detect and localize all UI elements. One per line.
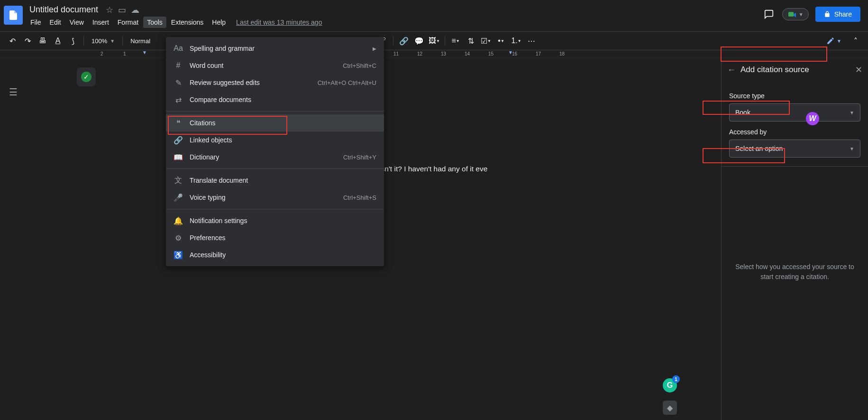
menu-item-shortcut: Ctrl+Alt+O Ctrl+Alt+U	[318, 79, 376, 86]
chevron-down-icon: ▼	[850, 146, 854, 151]
menu-insert[interactable]: Insert	[89, 17, 113, 28]
menu-item-icon: #	[174, 61, 183, 70]
menu-item-notification-settings[interactable]: 🔔Notification settings	[166, 212, 384, 229]
menu-file[interactable]: File	[27, 17, 45, 28]
outline-icon[interactable]: ☰	[9, 86, 18, 98]
insert-image-icon[interactable]: 🖼▼	[428, 34, 441, 47]
back-arrow-icon[interactable]: ←	[727, 65, 736, 75]
menu-separator	[166, 209, 384, 209]
menu-item-spelling-and-grammar[interactable]: AaSpelling and grammar▶	[166, 40, 384, 57]
menu-item-dictionary[interactable]: 📖DictionaryCtrl+Shift+Y	[166, 149, 384, 166]
source-type-label: Source type	[729, 92, 860, 100]
panel-hint-text: Select how you accessed your source to s…	[729, 262, 860, 282]
ruler-tick: 13	[441, 51, 446, 56]
ruler-tick: 11	[393, 51, 399, 56]
grammarly-badge[interactable]: G 1	[663, 378, 677, 392]
cloud-status-icon[interactable]: ☁	[131, 5, 139, 15]
ruler-tick: 18	[559, 51, 565, 56]
move-icon[interactable]: ▭	[118, 5, 126, 15]
menu-item-label: Dictionary	[190, 153, 337, 161]
share-button[interactable]: Share	[815, 7, 860, 22]
spellcheck-icon[interactable]: A	[51, 34, 64, 47]
undo-icon[interactable]: ↶	[6, 34, 19, 47]
ruler-tick: 2	[101, 51, 103, 56]
menu-item-word-count[interactable]: #Word countCtrl+Shift+C	[166, 57, 384, 74]
more-icon[interactable]: ⋯	[525, 34, 538, 47]
header-actions: ▼ Share	[762, 7, 860, 22]
menu-item-preferences[interactable]: ⚙Preferences	[166, 229, 384, 246]
menu-item-shortcut: Ctrl+Shift+C	[343, 62, 376, 69]
menu-item-icon: ⇄	[174, 95, 183, 104]
separator	[445, 36, 445, 46]
menu-item-voice-typing[interactable]: 🎤Voice typingCtrl+Shift+S	[166, 189, 384, 206]
menu-item-review-suggested-edits[interactable]: ✎Review suggested editsCtrl+Alt+O Ctrl+A…	[166, 74, 384, 91]
menu-item-accessibility[interactable]: ♿Accessibility	[166, 246, 384, 263]
meet-button[interactable]: ▼	[782, 8, 809, 20]
w-badge[interactable]: W	[806, 112, 819, 125]
menu-tools[interactable]: Tools	[143, 17, 166, 28]
ruler-tick: 14	[465, 51, 470, 56]
menu-item-icon: ❝	[174, 118, 183, 128]
bulleted-list-icon[interactable]: •▼	[494, 34, 508, 47]
menu-item-label: Compare documents	[190, 96, 376, 103]
source-type-select[interactable]: Book ▼	[729, 103, 860, 121]
menu-edit[interactable]: Edit	[46, 17, 65, 28]
menu-item-icon: 📖	[174, 152, 183, 162]
zoom-select[interactable]: 100%▼	[88, 37, 119, 45]
menu-format[interactable]: Format	[114, 17, 142, 28]
ruler[interactable]: 2 1 ▼ 11 12 13 14 15 16 17 18 ▼	[0, 50, 868, 58]
menu-item-icon: 🔗	[174, 135, 183, 145]
redo-icon[interactable]: ↷	[21, 34, 34, 47]
close-icon[interactable]: ✕	[855, 65, 862, 75]
menu-item-label: Linked objects	[190, 136, 376, 144]
indent-marker-icon[interactable]: ▼	[508, 50, 513, 55]
source-type-value: Book	[735, 109, 750, 116]
checklist-icon[interactable]: ☑▼	[479, 34, 493, 47]
editing-mode-button[interactable]: ▼	[826, 37, 841, 45]
chevron-down-icon: ▼	[850, 110, 854, 115]
menu-help[interactable]: Help	[208, 17, 229, 28]
star-icon[interactable]: ☆	[106, 5, 113, 15]
ruler-tick: 15	[488, 51, 493, 56]
docs-logo[interactable]	[4, 6, 23, 25]
paint-format-icon[interactable]: ⟆	[66, 34, 80, 47]
menu-item-linked-objects[interactable]: 🔗Linked objects	[166, 131, 384, 149]
menu-item-label: Translate document	[190, 177, 376, 184]
header: Untitled document ☆ ▭ ☁ File Edit View I…	[0, 0, 868, 31]
collapse-toolbar-icon[interactable]: ˄	[849, 34, 862, 47]
menu-item-translate-document[interactable]: 文Translate document	[166, 172, 384, 189]
menu-item-shortcut: Ctrl+Shift+S	[343, 194, 376, 201]
separator	[122, 36, 123, 46]
comments-icon[interactable]	[762, 8, 776, 21]
ruler-tick: 17	[536, 51, 541, 56]
paragraph-style-select[interactable]: Normal	[127, 37, 154, 45]
menu-item-label: Preferences	[190, 234, 376, 242]
menu-item-icon: 文	[174, 176, 183, 185]
insert-link-icon[interactable]: 🔗	[397, 34, 411, 47]
numbered-list-icon[interactable]: 1.▼	[510, 34, 523, 47]
explore-button[interactable]: ◆	[663, 401, 677, 415]
menu-item-citations[interactable]: ❝Citations	[166, 114, 384, 131]
menu-item-label: Accessibility	[190, 251, 376, 259]
menu-item-label: Notification settings	[190, 217, 376, 224]
separator	[393, 36, 393, 46]
g-count: 1	[672, 375, 680, 383]
menu-extensions[interactable]: Extensions	[167, 17, 207, 28]
accessed-by-select[interactable]: Select an option ▼	[729, 140, 860, 158]
document-title[interactable]: Untitled document	[27, 4, 101, 16]
title-area: Untitled document ☆ ▭ ☁ File Edit View I…	[27, 4, 762, 28]
submenu-arrow-icon: ▶	[373, 46, 376, 51]
line-spacing-icon[interactable]: ⇅	[464, 34, 477, 47]
menu-view[interactable]: View	[66, 17, 88, 28]
menu-item-compare-documents[interactable]: ⇄Compare documents	[166, 91, 384, 108]
add-comment-icon[interactable]: 💬	[412, 34, 426, 47]
menu-item-label: Word count	[190, 62, 336, 69]
left-gutter: ☰	[0, 58, 27, 420]
summary-check-badge[interactable]: ✓	[77, 67, 96, 86]
indent-marker-icon[interactable]: ▼	[142, 50, 147, 55]
g-letter: G	[667, 381, 673, 390]
print-icon[interactable]: 🖶	[36, 34, 49, 47]
toolbar: ↶ ↷ 🖶 A ⟆ 100%▼ Normal 🖊 🔗 💬 🖼▼ ≡▼ ⇅ ☑▼ …	[0, 31, 868, 50]
last-edit-link[interactable]: Last edit was 13 minutes ago	[236, 19, 322, 26]
align-icon[interactable]: ≡▼	[449, 34, 462, 47]
